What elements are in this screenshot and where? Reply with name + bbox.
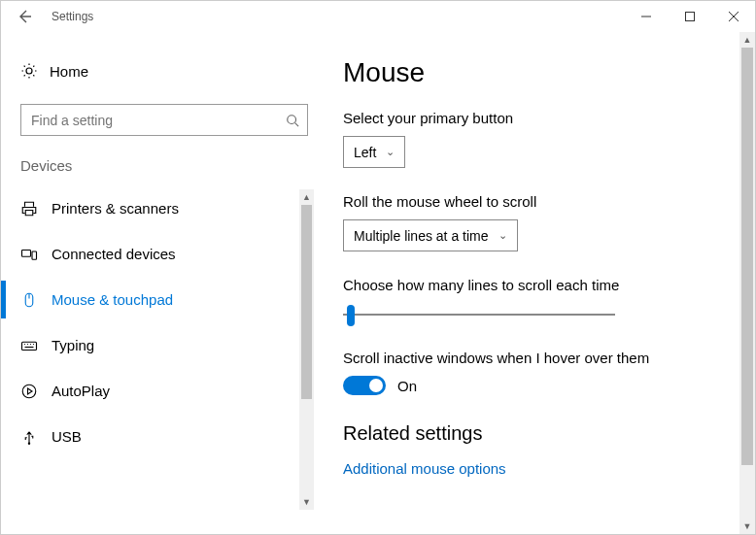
sidebar-item-label: Typing — [52, 337, 94, 353]
svg-point-12 — [30, 343, 31, 344]
window-controls — [624, 1, 755, 32]
sidebar-item-label: Printers & scanners — [52, 200, 179, 217]
section-label: Devices — [20, 157, 310, 174]
sidebar-item-usb[interactable]: USB — [20, 414, 310, 459]
scroll-down-icon[interactable]: ▼ — [299, 494, 314, 510]
scroll-up-icon[interactable]: ▲ — [299, 189, 314, 205]
inactive-scroll-toggle[interactable] — [343, 376, 386, 395]
home-button[interactable]: Home — [20, 51, 310, 90]
svg-rect-5 — [32, 251, 37, 259]
back-button[interactable] — [9, 1, 40, 32]
scrollbar-thumb[interactable] — [741, 48, 753, 465]
sidebar-item-printers[interactable]: Printers & scanners — [20, 185, 310, 231]
scroll-up-icon[interactable]: ▲ — [739, 32, 755, 48]
related-heading: Related settings — [343, 422, 728, 445]
lines-slider[interactable] — [343, 303, 615, 326]
slider-thumb[interactable] — [347, 305, 355, 326]
sidebar-item-label: Mouse & touchpad — [52, 291, 173, 308]
svg-point-15 — [28, 442, 30, 444]
minimize-button[interactable] — [624, 1, 668, 32]
primary-button-label: Select your primary button — [343, 110, 728, 126]
wheel-scroll-label: Roll the mouse wheel to scroll — [343, 193, 728, 210]
dropdown-value: Left — [354, 145, 376, 160]
autoplay-icon — [20, 383, 52, 400]
main-pane: Mouse Select your primary button Left ⌄ … — [322, 32, 755, 534]
svg-point-13 — [33, 343, 34, 344]
keyboard-icon — [20, 337, 52, 354]
search-field[interactable] — [29, 112, 286, 129]
search-icon — [286, 114, 299, 127]
scrollbar-thumb[interactable] — [301, 205, 312, 399]
printer-icon — [20, 200, 52, 217]
sidebar-item-mouse[interactable]: Mouse & touchpad — [20, 277, 310, 322]
svg-rect-8 — [22, 342, 37, 350]
toggle-knob — [369, 379, 383, 392]
maximize-button[interactable] — [668, 1, 711, 32]
svg-rect-1 — [685, 13, 694, 21]
svg-line-3 — [295, 122, 299, 126]
sidebar-item-connected[interactable]: Connected devices — [20, 231, 310, 277]
main-scrollbar[interactable]: ▲ ▼ — [739, 32, 755, 534]
sidebar-scrollbar[interactable]: ▲ ▼ — [299, 189, 314, 510]
svg-point-10 — [24, 343, 25, 344]
sidebar-item-typing[interactable]: Typing — [20, 322, 310, 368]
close-button[interactable] — [711, 1, 755, 32]
gear-icon — [20, 62, 50, 80]
sidebar-item-label: USB — [52, 428, 82, 445]
usb-icon — [20, 428, 52, 446]
page-title: Mouse — [343, 57, 728, 88]
toggle-state: On — [397, 378, 417, 394]
svg-point-11 — [27, 343, 28, 344]
search-input[interactable] — [20, 104, 308, 136]
sidebar: Home Devices Printers & scanners Connect… — [1, 32, 322, 534]
dropdown-value: Multiple lines at a time — [354, 228, 489, 244]
sidebar-item-label: AutoPlay — [52, 383, 110, 399]
lines-slider-label: Choose how many lines to scroll each tim… — [343, 277, 728, 293]
additional-mouse-options-link[interactable]: Additional mouse options — [343, 460, 728, 477]
svg-point-2 — [288, 115, 296, 123]
svg-point-14 — [22, 385, 36, 398]
slider-track — [343, 314, 615, 316]
inactive-scroll-label: Scroll inactive windows when I hover ove… — [343, 350, 728, 366]
primary-button-dropdown[interactable]: Left ⌄ — [343, 136, 405, 168]
connected-devices-icon — [20, 246, 52, 263]
window-title: Settings — [52, 10, 93, 23]
home-label: Home — [50, 63, 88, 80]
sidebar-item-label: Connected devices — [52, 246, 176, 262]
chevron-down-icon: ⌄ — [386, 146, 395, 158]
wheel-scroll-dropdown[interactable]: Multiple lines at a time ⌄ — [343, 219, 518, 251]
svg-rect-4 — [22, 250, 31, 256]
mouse-icon — [20, 291, 52, 309]
scroll-down-icon[interactable]: ▼ — [739, 518, 755, 534]
chevron-down-icon: ⌄ — [498, 229, 507, 242]
sidebar-item-autoplay[interactable]: AutoPlay — [20, 368, 310, 414]
back-arrow-icon — [17, 9, 32, 24]
